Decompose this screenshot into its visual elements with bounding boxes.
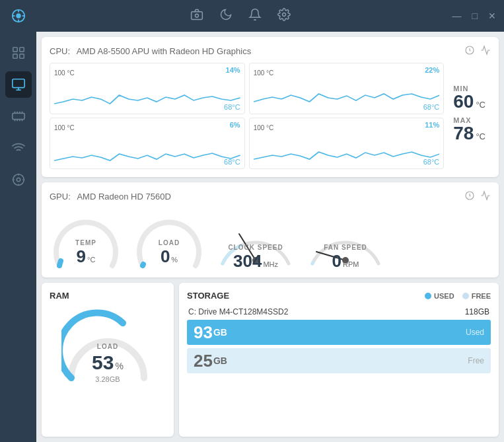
cpu-name: AMD A8-5500 APU with Radeon HD Graphics (77, 46, 251, 56)
legend-used-label: USED (434, 292, 454, 300)
svg-rect-12 (19, 54, 23, 58)
ram-load-sub: 3.28GB (92, 375, 124, 383)
sidebar-item-gpu[interactable] (5, 103, 32, 129)
svg-point-1 (16, 13, 20, 18)
cpu-header-icons (464, 45, 491, 57)
gpu-fan-gauge: FAN SPEED 0 RPM (306, 211, 385, 270)
sidebar-item-home[interactable] (5, 40, 32, 66)
gpu-title: GPU: AMD Radeon HD 7560D (50, 192, 171, 202)
gpu-gauges: TEMP 9 °C (50, 208, 491, 270)
gpu-load-label: LOAD (159, 239, 180, 246)
title-bar: — □ ✕ (0, 0, 504, 32)
cpu-title-label: CPU: (50, 46, 70, 56)
storage-card: STORAGE USED FREE (179, 283, 499, 437)
drive-free-unit: GB (213, 355, 227, 366)
drive-used-value: 93 (194, 324, 213, 341)
drive-name-row: C: Drive M4-CT128M4SSD2 118GB (187, 307, 491, 316)
legend-free: FREE (462, 292, 491, 300)
gpu-load-unit: % (171, 256, 178, 264)
gear-icon[interactable] (277, 8, 291, 24)
cpu-min-value: 60 (453, 92, 474, 111)
drive-used-label: Used (466, 328, 484, 337)
gpu-wave-icon[interactable] (480, 190, 491, 203)
cpu-chart3-percent: 6% (230, 121, 240, 129)
minimize-button[interactable]: — (452, 11, 462, 20)
gpu-temp-unit: °C (87, 256, 95, 264)
gpu-temp-value: 9 (77, 248, 86, 265)
drive-row-0: C: Drive M4-CT128M4SSD2 118GB 93 GB Used… (187, 307, 491, 373)
svg-point-27 (17, 178, 20, 182)
legend-used-dot (425, 293, 431, 299)
svg-rect-13 (12, 79, 24, 88)
gpu-header: GPU: AMD Radeon HD 7560D (50, 190, 491, 203)
drive-total: 118GB (465, 307, 489, 316)
svg-rect-9 (13, 48, 17, 52)
gpu-fan-unit: RPM (343, 260, 359, 268)
cpu-max-temp: MAX 78 °C (453, 116, 486, 143)
title-bar-icons (29, 8, 452, 24)
drive-used-unit: GB (213, 327, 227, 338)
cpu-chart4-percent: 11% (425, 121, 439, 129)
camera-icon[interactable] (190, 8, 203, 24)
cpu-card: CPU: AMD A8-5500 APU with Radeon HD Grap… (42, 37, 499, 177)
svg-point-7 (196, 14, 199, 17)
gpu-fan-value: 0 (332, 252, 342, 270)
sidebar (0, 32, 36, 442)
gpu-clock-unit: MHz (263, 260, 278, 268)
sidebar-item-network[interactable] (5, 135, 32, 161)
storage-header: STORAGE USED FREE (187, 291, 491, 301)
gpu-clock-value: 304 (233, 252, 262, 270)
main-layout: CPU: AMD A8-5500 APU with Radeon HD Grap… (0, 32, 504, 442)
ram-card: RAM LOAD 53 % (42, 283, 174, 437)
cpu-chart4-max-label: 100 °C (254, 124, 274, 131)
svg-rect-16 (12, 113, 24, 119)
drive-used-bar: 93 GB Used (187, 320, 491, 345)
content-area: CPU: AMD A8-5500 APU with Radeon HD Grap… (36, 32, 504, 442)
cpu-chart2-temp: 68°C (423, 103, 440, 111)
cpu-header: CPU: AMD A8-5500 APU with Radeon HD Grap… (50, 45, 491, 57)
cpu-temps: MIN 60 °C MAX 78 °C (448, 63, 491, 169)
legend-used: USED (425, 292, 454, 300)
cpu-chart-2: 100 °C 22% 68°C (249, 63, 445, 114)
gpu-card: GPU: AMD Radeon HD 7560D (42, 182, 499, 277)
gpu-fan-label: FAN SPEED (324, 244, 367, 251)
svg-point-8 (283, 13, 286, 16)
cpu-chart-4: 100 °C 11% 68°C (249, 118, 445, 169)
bottom-row: RAM LOAD 53 % (42, 283, 499, 437)
cpu-chart-1: 100 °C 14% 68°C (50, 63, 245, 114)
window-controls: — □ ✕ (452, 11, 496, 20)
svg-rect-10 (19, 48, 23, 52)
cpu-max-value: 78 (453, 124, 474, 143)
close-button[interactable]: ✕ (488, 11, 496, 20)
svg-rect-11 (13, 54, 17, 58)
cpu-chart1-temp: 68°C (224, 103, 240, 111)
cpu-gauge-icon[interactable] (464, 45, 475, 57)
cpu-wave-icon[interactable] (480, 45, 491, 57)
storage-title: STORAGE (187, 291, 229, 301)
svg-point-26 (13, 174, 24, 186)
sidebar-item-display[interactable] (5, 166, 32, 193)
storage-legend: USED FREE (425, 292, 491, 300)
ram-title: RAM (50, 291, 166, 301)
cpu-chart2-percent: 22% (425, 66, 439, 74)
app-logo (8, 5, 29, 26)
drive-free-bar: 25 GB Free (187, 348, 491, 373)
gpu-header-icons (464, 190, 491, 203)
gpu-clock-label: CLOCK SPEED (228, 244, 283, 251)
gpu-gauge-icon[interactable] (464, 190, 475, 203)
sidebar-item-monitor[interactable] (5, 71, 32, 98)
ram-load-value: 53 (92, 351, 114, 374)
cpu-min-temp: MIN 60 °C (453, 85, 486, 111)
drive-name: C: Drive M4-CT128M4SSD2 (188, 307, 288, 316)
maximize-button[interactable]: □ (472, 11, 478, 20)
gpu-title-label: GPU: (50, 192, 71, 202)
moon-icon[interactable] (219, 8, 233, 24)
ram-gauge: LOAD 53 % 3.28GB (50, 303, 166, 383)
legend-free-label: FREE (472, 292, 491, 300)
drive-free-label: Free (468, 356, 484, 365)
cpu-chart4-temp: 68°C (423, 158, 440, 166)
gpu-temp-label: TEMP (75, 239, 96, 246)
gpu-name: AMD Radeon HD 7560D (77, 192, 170, 202)
cpu-chart-3: 100 °C 6% 68°C (50, 118, 245, 169)
bell-icon[interactable] (248, 8, 262, 24)
